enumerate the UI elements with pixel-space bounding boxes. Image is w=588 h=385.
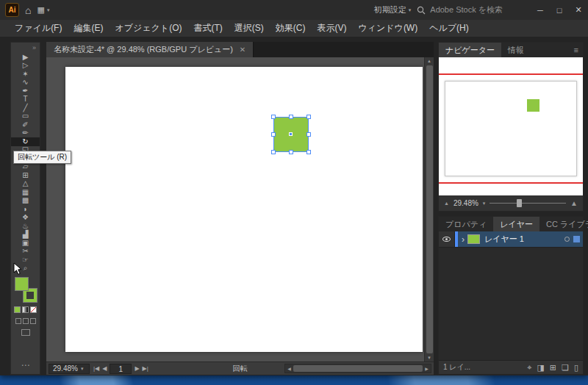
selection-handle[interactable]: [271, 115, 276, 119]
menu-window[interactable]: ウィンドウ(W): [352, 22, 423, 35]
pencil-tool-icon[interactable]: ✏: [11, 129, 40, 138]
horizontal-scrollbar-thumb[interactable]: [293, 365, 423, 372]
selected-rectangle[interactable]: [273, 117, 309, 152]
rotate-tool-icon[interactable]: ↻: [11, 137, 40, 146]
selection-handle[interactable]: [306, 132, 311, 137]
navigator-viewbox-top-edge[interactable]: [439, 73, 583, 75]
tab-properties[interactable]: プロパティ: [439, 217, 493, 231]
document-tab-close-icon[interactable]: ✕: [240, 46, 245, 54]
menu-file[interactable]: ファイル(F): [9, 22, 68, 35]
type-tool-icon[interactable]: T: [11, 96, 40, 104]
tab-layers[interactable]: レイヤー: [493, 217, 539, 231]
symbol-sprayer-tool-icon[interactable]: ♨: [11, 222, 40, 231]
minimize-button[interactable]: ─: [531, 0, 550, 20]
shape-builder-tool-icon[interactable]: ⊞: [11, 171, 40, 180]
draw-behind-button[interactable]: [23, 318, 29, 324]
navigator-preview[interactable]: [439, 57, 583, 195]
layer-thumbnail[interactable]: [467, 234, 480, 244]
scroll-up-icon[interactable]: ▲: [427, 57, 431, 65]
canvas[interactable]: ▲ ▼: [46, 57, 434, 361]
eyedropper-tool-icon[interactable]: ◗: [11, 205, 40, 214]
screen-mode-button[interactable]: [21, 329, 30, 336]
menu-select[interactable]: 選択(S): [229, 22, 270, 35]
vertical-scrollbar-thumb[interactable]: [426, 65, 433, 353]
previous-artboard-button[interactable]: ◀: [102, 365, 107, 372]
tab-info[interactable]: 情報: [501, 43, 531, 57]
line-segment-tool-icon[interactable]: ╱: [11, 104, 40, 112]
tab-cc-libraries[interactable]: CC ライブラリ: [539, 217, 588, 231]
zoom-slider-thumb[interactable]: [517, 199, 522, 207]
close-button[interactable]: ✕: [569, 0, 588, 20]
perspective-grid-tool-icon[interactable]: △: [11, 180, 40, 189]
visibility-toggle[interactable]: [439, 231, 455, 247]
delete-layer-icon[interactable]: ▯: [574, 364, 578, 372]
menu-object[interactable]: オブジェクト(O): [109, 22, 187, 35]
layer-name[interactable]: レイヤー 1: [484, 234, 564, 245]
next-artboard-button[interactable]: ▶: [135, 365, 139, 372]
draw-normal-button[interactable]: [15, 318, 21, 324]
layer-selection-indicator[interactable]: [573, 236, 580, 242]
paintbrush-tool-icon[interactable]: ✐: [11, 120, 40, 129]
maximize-button[interactable]: □: [550, 0, 569, 20]
pen-tool-icon[interactable]: ✒: [11, 87, 40, 96]
selection-handle[interactable]: [271, 150, 276, 154]
rectangle-tool-icon[interactable]: ▭: [11, 112, 40, 121]
zoom-in-icon[interactable]: ▲: [570, 199, 578, 207]
zoom-slider[interactable]: [490, 198, 566, 208]
fill-swatch[interactable]: [15, 277, 29, 291]
zoom-level-select[interactable]: 29.48% ▾: [49, 364, 90, 374]
tab-navigator[interactable]: ナビゲーター: [439, 43, 501, 57]
layer-row[interactable]: › レイヤー 1: [439, 231, 583, 248]
free-transform-tool-icon[interactable]: ▱: [11, 163, 40, 172]
home-icon[interactable]: ⌂: [25, 5, 31, 15]
selection-handle[interactable]: [289, 150, 293, 154]
document-tab[interactable]: 名称未設定-4* @ 29.48% (RGB/GPU プレビュー) ✕: [46, 42, 254, 57]
scroll-left-icon[interactable]: ◀: [285, 366, 293, 371]
magic-wand-tool-icon[interactable]: ✶: [11, 70, 40, 79]
draw-inside-button[interactable]: [30, 318, 36, 324]
panel-menu-icon[interactable]: ≡: [570, 43, 583, 57]
lasso-tool-icon[interactable]: ∿: [11, 79, 40, 87]
zoom-out-icon[interactable]: ▲: [444, 201, 449, 206]
arrange-documents-button[interactable]: ▦ ▾: [37, 5, 49, 15]
gradient-button[interactable]: [22, 306, 29, 313]
navigator-viewbox-bottom-edge[interactable]: [439, 182, 583, 184]
menu-view[interactable]: 表示(V): [311, 22, 352, 35]
menu-edit[interactable]: 編集(E): [68, 22, 109, 35]
selection-tool-icon[interactable]: ▶: [11, 53, 40, 62]
toolbar-expand-button[interactable]: »: [32, 44, 40, 53]
expand-layer-icon[interactable]: ›: [462, 235, 465, 244]
selection-handle[interactable]: [306, 150, 311, 154]
navigator-zoom-value[interactable]: 29.48%: [453, 199, 478, 207]
mesh-tool-icon[interactable]: ▦: [11, 188, 40, 197]
artboard-number-input[interactable]: 1: [110, 364, 132, 374]
edit-toolbar-button[interactable]: ⋯: [21, 361, 30, 370]
locate-object-icon[interactable]: ⌖: [527, 364, 531, 372]
direct-selection-tool-icon[interactable]: ▷: [11, 62, 40, 71]
menu-effect[interactable]: 効果(C): [270, 22, 312, 35]
last-artboard-button[interactable]: ▶|: [143, 365, 148, 372]
menu-type[interactable]: 書式(T): [187, 22, 228, 35]
selection-handle[interactable]: [271, 132, 276, 137]
menu-help[interactable]: ヘルプ(H): [423, 22, 475, 35]
horizontal-scrollbar[interactable]: ◀ ▶: [284, 364, 431, 373]
blend-tool-icon[interactable]: ❖: [11, 214, 40, 223]
none-button[interactable]: [30, 306, 37, 313]
new-sublayer-icon[interactable]: ⊞: [550, 364, 556, 372]
scroll-right-icon[interactable]: ▶: [423, 366, 431, 371]
color-button[interactable]: [14, 306, 21, 313]
first-artboard-button[interactable]: |◀: [93, 365, 99, 372]
new-layer-icon[interactable]: ❏: [562, 364, 569, 372]
column-graph-tool-icon[interactable]: ▟: [11, 231, 40, 240]
workspace-switcher[interactable]: 初期設定 ▾: [374, 4, 412, 15]
vertical-scrollbar[interactable]: ▲ ▼: [424, 57, 434, 361]
selection-handle[interactable]: [306, 115, 311, 119]
slice-tool-icon[interactable]: ✂: [11, 248, 40, 256]
scroll-down-icon[interactable]: ▼: [427, 354, 431, 361]
artboard-tool-icon[interactable]: ▣: [11, 239, 40, 248]
make-mask-icon[interactable]: ◨: [537, 364, 544, 372]
adobe-stock-search[interactable]: Adobe Stock を検索: [417, 4, 503, 15]
gradient-tool-icon[interactable]: ▩: [11, 197, 40, 206]
layer-target-icon[interactable]: [564, 237, 570, 242]
selection-handle[interactable]: [289, 115, 293, 119]
